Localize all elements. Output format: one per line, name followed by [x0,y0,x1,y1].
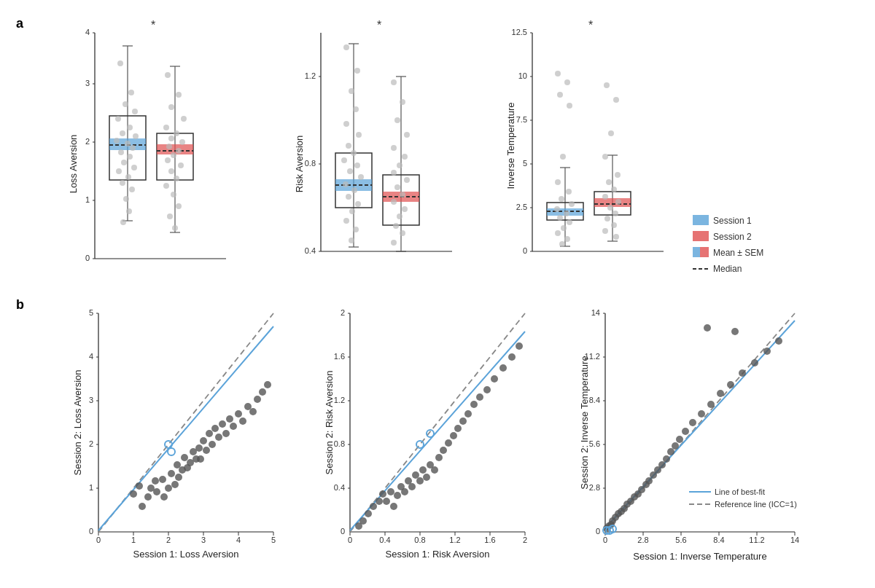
svg-point-41 [176,92,182,98]
svg-point-59 [172,225,178,231]
svg-text:2: 2 [85,137,90,146]
svg-point-308 [476,393,483,401]
svg-text:2.5: 2.5 [516,203,527,211]
svg-point-43 [181,116,187,122]
svg-text:Risk Aversion: Risk Aversion [294,136,305,193]
svg-point-283 [370,503,377,510]
svg-point-38 [126,208,132,214]
svg-point-305 [459,418,467,425]
svg-point-158 [557,215,563,221]
svg-text:7.5: 7.5 [516,115,527,124]
svg-text:Session 2: Inverse Temperature: Session 2: Inverse Temperature [579,356,590,489]
svg-point-313 [516,342,523,350]
svg-point-291 [401,488,408,495]
legend-a: Session 1 Session 2 Mean ± SEM Median [693,215,763,274]
svg-point-175 [604,216,610,222]
svg-point-39 [120,219,126,225]
svg-point-370 [707,401,715,408]
svg-point-377 [731,328,739,335]
svg-point-33 [116,168,122,174]
svg-point-234 [206,430,213,437]
svg-point-211 [136,482,143,490]
svg-point-31 [121,160,127,165]
svg-point-157 [564,211,569,216]
inv-temp-scatter: 0 2.8 5.6 8.4 11.2 14 0 2.8 5.6 8.4 11.2… [579,308,799,562]
svg-text:10: 10 [518,71,527,80]
svg-point-171 [602,194,608,200]
svg-point-47 [179,139,185,145]
svg-point-306 [464,410,472,418]
svg-point-20 [122,101,128,107]
risk-aversion-boxplot: Risk Aversion 0.4 0.8 1.2 * [294,19,452,255]
svg-point-301 [440,447,447,454]
loss-aversion-ylabel: Loss Aversion [68,135,79,194]
svg-point-112 [400,192,405,197]
svg-text:4: 4 [89,352,93,361]
svg-point-51 [165,157,171,163]
svg-point-169 [606,179,612,185]
svg-point-166 [608,130,614,136]
svg-point-372 [727,381,734,388]
svg-point-297 [423,474,430,481]
svg-point-106 [391,145,397,151]
svg-point-49 [176,148,182,154]
svg-point-22 [115,116,121,122]
svg-point-82 [343,44,349,50]
svg-text:1: 1 [131,536,136,544]
svg-point-116 [393,223,399,229]
svg-point-240 [226,415,233,423]
svg-point-162 [564,236,570,242]
svg-point-281 [359,517,367,525]
svg-text:2: 2 [166,536,171,544]
svg-point-159 [567,219,572,225]
svg-point-48 [166,144,172,149]
svg-point-118 [391,240,397,246]
svg-point-225 [181,454,188,461]
svg-point-30 [127,154,133,160]
svg-text:Session 1: Risk Aversion: Session 1: Risk Aversion [386,549,490,560]
svg-point-156 [554,206,560,212]
svg-point-363 [663,455,670,463]
svg-rect-180 [693,231,709,241]
svg-point-302 [445,439,452,447]
svg-point-173 [607,205,613,211]
svg-text:8.4: 8.4 [589,396,600,404]
svg-point-88 [346,143,351,149]
svg-point-54 [174,176,179,181]
svg-point-311 [499,364,507,372]
svg-point-147 [555,71,561,77]
svg-point-21 [132,109,138,114]
svg-point-154 [559,196,564,202]
svg-text:0.8: 0.8 [305,159,316,168]
svg-point-296 [419,466,427,474]
svg-text:0.4: 0.4 [379,536,390,544]
svg-point-170 [611,187,617,192]
svg-text:*: * [377,19,381,31]
svg-point-245 [249,408,257,415]
svg-point-24 [120,130,125,136]
svg-point-232 [200,437,207,444]
svg-point-104 [394,117,400,123]
svg-text:1.2: 1.2 [449,536,460,544]
svg-text:12.5: 12.5 [512,28,527,36]
svg-text:5.6: 5.6 [675,536,686,544]
svg-text:0: 0 [96,536,101,544]
svg-point-89 [351,150,357,156]
svg-point-25 [133,133,139,139]
svg-point-84 [349,88,354,94]
svg-point-359 [645,477,653,485]
svg-point-220 [168,470,175,477]
svg-point-160 [561,225,567,231]
svg-point-373 [739,369,746,377]
svg-point-96 [346,194,351,200]
svg-point-44 [163,125,169,130]
svg-point-150 [567,103,572,109]
svg-point-309 [483,386,491,393]
svg-point-114 [402,206,408,212]
svg-point-113 [391,199,397,205]
legend-session2: Session 2 [713,232,752,242]
svg-point-108 [397,162,402,168]
svg-point-282 [365,510,372,517]
svg-point-87 [356,132,362,138]
svg-point-109 [391,170,397,176]
